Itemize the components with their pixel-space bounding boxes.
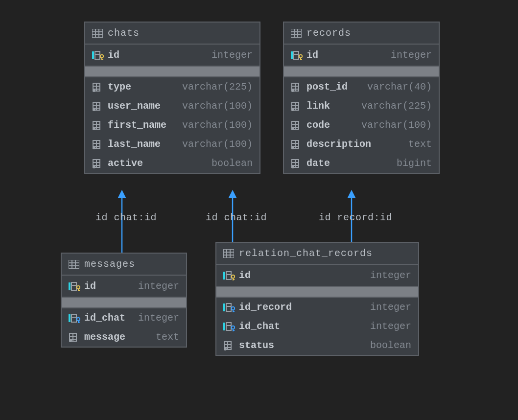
column-icon — [92, 159, 104, 168]
erd-canvas: chats id integer typevarchar(225)user_na… — [0, 0, 518, 420]
column-row[interactable]: linkvarchar(225) — [284, 96, 439, 116]
column-row[interactable]: statusboolean — [216, 336, 418, 355]
table-records[interactable]: records id integer post_idvarchar(40)lin… — [283, 22, 440, 174]
column-type: varchar(40) — [367, 81, 432, 93]
table-icon — [223, 249, 234, 258]
column-row[interactable]: codevarchar(100) — [284, 116, 439, 135]
column-icon — [92, 140, 104, 149]
svg-point-93 — [69, 339, 72, 342]
column-name: id — [108, 49, 119, 61]
column-row[interactable]: first_namevarchar(100) — [85, 116, 259, 135]
table-divider — [216, 287, 418, 298]
column-name: status — [239, 340, 274, 351]
column-row[interactable]: activeboolean — [85, 154, 259, 173]
column-name: message — [84, 331, 125, 343]
primary-key-icon — [223, 271, 235, 280]
column-row[interactable]: typevarchar(225) — [85, 77, 259, 96]
primary-key-row[interactable]: id integer — [284, 45, 439, 67]
column-icon — [92, 120, 104, 130]
column-list: id_chatintegermessagetext — [62, 308, 186, 347]
relation-label: id_record:id — [319, 212, 392, 223]
svg-point-102 — [232, 275, 235, 278]
column-icon — [291, 82, 303, 92]
column-type: bigint — [397, 158, 432, 169]
svg-point-56 — [291, 108, 294, 111]
column-type: varchar(225) — [182, 81, 253, 93]
column-row[interactable]: id_chatinteger — [216, 317, 418, 336]
column-type: boolean — [370, 340, 411, 351]
foreign-key-icon — [223, 322, 235, 331]
table-chats[interactable]: chats id integer typevarchar(225)user_na… — [84, 22, 260, 174]
table-header: relation_chat_records — [216, 243, 418, 265]
svg-point-8 — [100, 54, 103, 57]
svg-rect-41 — [291, 51, 293, 59]
column-name: id_record — [239, 302, 292, 313]
column-row[interactable]: last_namevarchar(100) — [85, 135, 259, 154]
column-name: user_name — [108, 100, 161, 112]
relation-label: id_chat:id — [95, 212, 157, 223]
column-name: post_id — [306, 81, 348, 93]
table-header: chats — [85, 23, 259, 45]
table-messages[interactable]: messages id integer id_chatintegermessag… — [61, 253, 187, 348]
column-icon — [291, 101, 303, 111]
table-title: relation_chat_records — [239, 248, 373, 259]
column-row[interactable]: user_namevarchar(100) — [85, 96, 259, 116]
relation-label: id_chat:id — [206, 212, 267, 223]
table-title: chats — [108, 27, 140, 39]
svg-rect-5 — [92, 51, 94, 59]
table-icon — [69, 260, 79, 269]
column-name: id_chat — [84, 312, 125, 324]
column-type: integer — [212, 49, 253, 61]
column-row[interactable]: descriptiontext — [284, 135, 439, 154]
primary-key-row[interactable]: id integer — [216, 265, 418, 287]
primary-key-row[interactable]: id integer — [62, 276, 186, 298]
column-name: first_name — [108, 119, 166, 131]
column-type: varchar(100) — [182, 119, 253, 131]
column-name: active — [108, 158, 143, 169]
column-type: boolean — [212, 158, 253, 169]
svg-rect-83 — [69, 314, 71, 322]
column-type: text — [408, 139, 432, 150]
column-list: id_recordintegerid_chatintegerstatusbool… — [216, 298, 418, 355]
column-name: date — [306, 158, 330, 169]
svg-rect-105 — [223, 303, 225, 311]
column-type: integer — [370, 302, 411, 313]
column-type: integer — [391, 49, 432, 61]
svg-rect-99 — [223, 272, 225, 280]
column-list: post_idvarchar(40)linkvarchar(225)codeva… — [284, 77, 439, 173]
column-icon — [69, 332, 80, 342]
column-name: code — [306, 119, 330, 131]
column-row[interactable]: post_idvarchar(40) — [284, 77, 439, 96]
column-name: description — [306, 139, 371, 150]
table-title: records — [306, 27, 351, 39]
primary-key-row[interactable]: id integer — [85, 45, 259, 67]
svg-rect-106 — [226, 303, 231, 311]
column-icon — [291, 159, 303, 168]
column-row[interactable]: messagetext — [62, 327, 186, 347]
svg-rect-78 — [71, 282, 76, 290]
column-row[interactable]: id_chatinteger — [62, 308, 186, 327]
svg-point-51 — [291, 89, 294, 92]
table-icon — [291, 29, 302, 38]
column-icon — [92, 82, 104, 92]
svg-rect-77 — [69, 282, 71, 290]
column-name: last_name — [108, 139, 161, 150]
svg-point-121 — [224, 348, 227, 350]
column-row[interactable]: id_recordinteger — [216, 298, 418, 317]
table-header: records — [284, 23, 439, 45]
column-type: text — [156, 331, 179, 343]
svg-rect-72 — [69, 260, 79, 269]
column-icon — [291, 120, 303, 130]
svg-point-25 — [93, 127, 95, 130]
column-row[interactable]: datebigint — [284, 154, 439, 173]
svg-rect-100 — [226, 272, 231, 280]
column-type: integer — [370, 270, 411, 281]
table-relation-chat-records[interactable]: relation_chat_records id integer id_reco… — [215, 242, 419, 356]
svg-point-86 — [77, 317, 80, 320]
svg-rect-6 — [95, 51, 100, 59]
table-divider — [284, 67, 439, 77]
table-icon — [92, 29, 103, 38]
svg-rect-36 — [291, 29, 302, 38]
column-list: typevarchar(225)user_namevarchar(100)fir… — [85, 77, 259, 173]
primary-key-icon — [291, 50, 303, 60]
